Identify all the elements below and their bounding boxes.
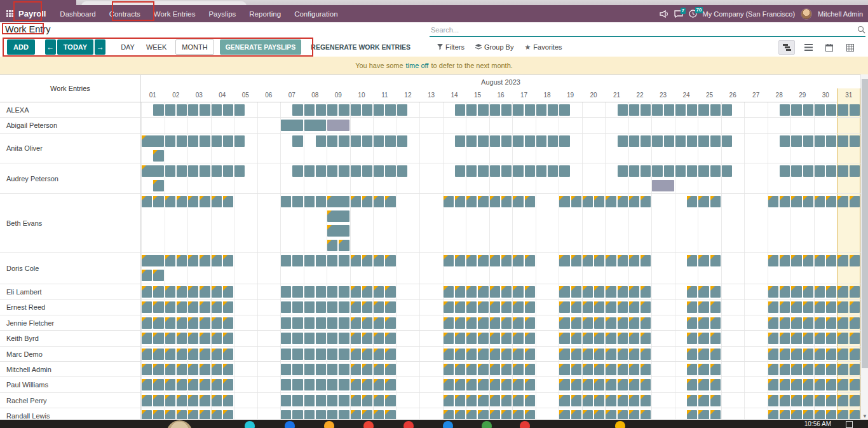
work-entry-conflict-block[interactable] (710, 317, 721, 329)
date-header-20[interactable]: 20 (582, 88, 606, 102)
scrollbar-thumb[interactable] (862, 79, 868, 368)
work-entry-conflict-block[interactable] (223, 301, 233, 313)
work-entry-conflict-block[interactable] (142, 410, 152, 419)
messages-icon[interactable]: 7 (674, 10, 683, 18)
date-header-03[interactable]: 03 (187, 88, 211, 102)
work-entry-conflict-block[interactable] (200, 317, 210, 329)
work-entry-conflict-block[interactable] (583, 286, 593, 298)
work-entry-block[interactable] (212, 135, 222, 147)
work-entry-conflict-block[interactable] (559, 196, 569, 207)
blue-app-icon[interactable] (285, 421, 295, 428)
work-entry-conflict-block[interactable] (525, 379, 535, 390)
favorites-menu[interactable]: ★ Favorites (524, 43, 562, 52)
work-entry-block[interactable] (652, 135, 662, 147)
work-entry-conflict-block[interactable] (629, 196, 639, 207)
work-entry-conflict-block[interactable] (478, 301, 488, 313)
work-entry-conflict-block[interactable] (444, 255, 454, 266)
work-entry-conflict-block[interactable] (606, 286, 616, 298)
work-entry-conflict-block[interactable] (188, 255, 198, 266)
work-entry-conflict-block[interactable] (698, 286, 709, 298)
work-entry-block[interactable] (710, 135, 721, 147)
work-entry-conflict-block[interactable] (142, 196, 152, 207)
work-entry-conflict-block[interactable] (351, 333, 361, 344)
work-entry-conflict-block[interactable] (815, 379, 825, 390)
work-entry-conflict-block[interactable] (200, 410, 210, 419)
work-entry-conflict-block[interactable] (188, 196, 198, 207)
work-entry-conflict-block[interactable] (559, 379, 569, 390)
work-entry-conflict-block[interactable] (444, 333, 454, 344)
work-entry-conflict-block[interactable] (385, 410, 395, 419)
date-header-10[interactable]: 10 (350, 88, 374, 102)
work-entry-conflict-block[interactable] (444, 364, 454, 375)
work-entry-block[interactable] (339, 135, 349, 147)
work-entry-conflict-block[interactable] (780, 255, 790, 266)
work-entry-conflict-block[interactable] (466, 349, 477, 360)
work-entry-conflict-block[interactable] (698, 301, 709, 313)
time-off-link[interactable]: time off (406, 62, 429, 69)
work-entry-block[interactable] (292, 379, 302, 390)
work-entry-conflict-block[interactable] (791, 301, 801, 313)
date-header-06[interactable]: 06 (257, 88, 281, 102)
work-entry-conflict-block[interactable] (513, 349, 523, 360)
work-entry-block[interactable] (327, 379, 337, 390)
work-entry-block[interactable] (478, 104, 488, 116)
work-entry-conflict-block[interactable] (571, 349, 581, 360)
teal-app-icon[interactable] (245, 421, 255, 428)
date-header-08[interactable]: 08 (304, 88, 327, 102)
work-entry-block[interactable] (675, 135, 686, 147)
work-entry-block[interactable] (304, 196, 315, 207)
work-entry-conflict-block[interactable] (362, 349, 372, 360)
work-entry-conflict-block[interactable] (687, 364, 697, 375)
work-entry-block[interactable] (292, 286, 302, 298)
work-entry-conflict-block[interactable] (374, 333, 384, 344)
work-entry-conflict-block[interactable] (571, 196, 581, 207)
work-entry-conflict-block[interactable] (501, 301, 512, 313)
work-entry-block[interactable] (455, 104, 465, 116)
work-entry-conflict-block[interactable] (791, 196, 801, 207)
work-entry-conflict-block[interactable] (165, 196, 175, 207)
date-header-11[interactable]: 11 (373, 88, 397, 102)
work-entry-conflict-block[interactable] (385, 196, 395, 207)
work-entry-conflict-block[interactable] (803, 395, 813, 406)
work-entry-block[interactable] (362, 135, 372, 147)
work-entry-conflict-block[interactable] (768, 395, 778, 406)
work-entry-conflict-block[interactable] (815, 317, 825, 329)
work-entry-block[interactable] (316, 255, 326, 266)
work-entry-block[interactable] (316, 301, 326, 313)
work-entry-conflict-block[interactable] (618, 410, 628, 419)
work-entry-conflict-block[interactable] (687, 410, 697, 419)
work-entry-conflict-block[interactable] (153, 150, 163, 162)
work-entry-block[interactable] (316, 379, 326, 390)
work-entry-conflict-block[interactable] (444, 395, 454, 406)
work-entry-conflict-block[interactable] (513, 317, 523, 329)
work-entry-conflict-block[interactable] (525, 333, 535, 344)
work-entry-conflict-block[interactable] (803, 196, 813, 207)
work-entry-conflict-block[interactable] (188, 364, 198, 375)
work-entry-conflict-block[interactable] (165, 333, 175, 344)
work-entry-conflict-block[interactable] (142, 379, 152, 390)
work-entry-block[interactable] (339, 379, 349, 390)
work-entry-block[interactable] (281, 395, 291, 406)
work-entry-block[interactable] (837, 165, 848, 177)
work-entry-block[interactable] (339, 317, 349, 329)
work-entry-block[interactable] (641, 165, 651, 177)
work-entry-block[interactable] (327, 286, 337, 298)
work-entry-conflict-block[interactable] (826, 196, 836, 207)
work-entry-conflict-block[interactable] (153, 286, 163, 298)
work-entry-block[interactable] (513, 135, 523, 147)
work-entry-conflict-block[interactable] (815, 255, 825, 266)
work-entry-conflict-block[interactable] (583, 349, 593, 360)
work-entry-conflict-block[interactable] (362, 333, 372, 344)
work-entry-block[interactable] (339, 286, 349, 298)
work-entry-conflict-block[interactable] (444, 286, 454, 298)
work-entry-conflict-block[interactable] (188, 317, 198, 329)
work-entry-conflict-block[interactable] (815, 349, 825, 360)
work-entry-conflict-block[interactable] (188, 333, 198, 344)
work-entry-block[interactable] (292, 255, 302, 266)
work-entry-block[interactable] (397, 165, 407, 177)
work-entry-conflict-block[interactable] (444, 301, 454, 313)
work-entry-conflict-block[interactable] (629, 301, 639, 313)
work-entry-conflict-block[interactable] (791, 379, 801, 390)
work-entry-conflict-block[interactable] (501, 286, 512, 298)
work-entry-conflict-block[interactable] (698, 255, 709, 266)
